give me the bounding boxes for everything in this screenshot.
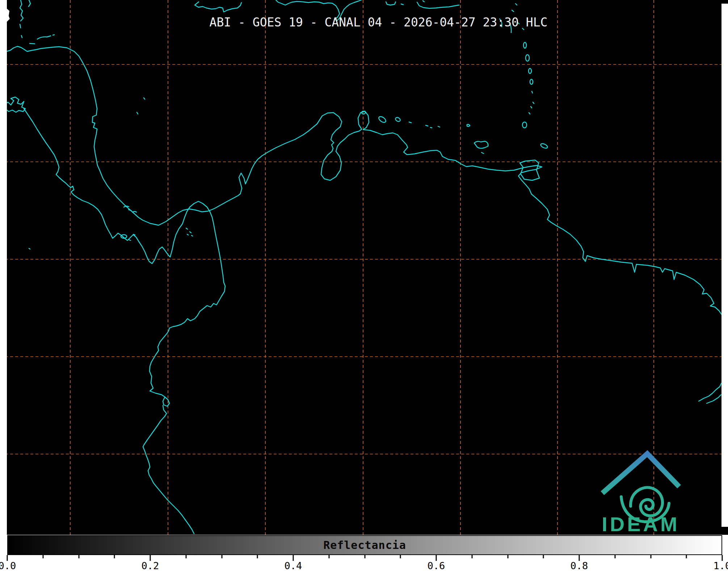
map-title: ABI - GOES 19 - CANAL 04 - 2026-04-27 23… [14, 16, 728, 29]
edge-strip-left [0, 0, 7, 535]
colorbar-minor-tick [400, 555, 401, 558]
islands-grenadines [529, 91, 534, 114]
islands-pearl [186, 228, 193, 236]
colorbar-tick-label: 0.8 [571, 560, 588, 571]
coastline-puerto-rico [386, 2, 403, 5]
ideam-logo: IDEAM [602, 454, 679, 535]
colorbar-minor-tick [114, 555, 115, 558]
colorbar-minor-tick [257, 555, 258, 558]
colorbar-minor-tick [686, 555, 687, 558]
colorbar-minor-tick [78, 555, 79, 558]
small-islands [29, 4, 548, 249]
colorbar-minor-tick [185, 555, 186, 558]
colorbar-minor-tick [650, 555, 651, 558]
colorbar-tick-label: 0.6 [428, 560, 445, 571]
coastline-bay-islands [30, 35, 54, 44]
island-st-vincent [530, 79, 533, 84]
colorbar-minor-tick [42, 555, 43, 558]
island-aruba [362, 111, 365, 114]
coastline-island-chain-ne [417, 1, 459, 8]
island-curacao [378, 116, 387, 123]
coastline-venezuela [308, 111, 551, 222]
colorbar-label: Reflectancia [8, 536, 721, 554]
graticule-gridlines [0, 0, 728, 535]
island-dominica [523, 42, 526, 48]
islands-bocas-del-toro [124, 206, 136, 212]
goes-satellite-product: { "title": "ABI - GOES 19 - CANAL 04 - 2… [0, 0, 728, 571]
scan-edge-strips [0, 0, 728, 535]
colorbar: Reflectancia [7, 535, 722, 555]
island-st-lucia [529, 68, 531, 74]
colorbar-tick-label: 0.0 [0, 560, 16, 571]
island-grenada [522, 122, 527, 128]
coastline-margarita [474, 141, 488, 154]
colorbar-tick-labels: 0.00.20.40.60.81.0 [7, 560, 722, 571]
colorbar-tick-label: 1.0 [714, 560, 728, 571]
colorbar-tick-label: 0.2 [142, 560, 159, 571]
ideam-logo-text: IDEAM [602, 513, 679, 535]
coastline-central-america-caribbean [7, 46, 308, 225]
coastline-south-america-pacific [143, 282, 225, 534]
colorbar-minor-tick [614, 555, 615, 558]
edge-strip-left-bulge [7, 9, 10, 22]
colorbar-minor-tick [543, 555, 544, 558]
coastline-jamaica [195, 2, 241, 12]
coastline-guianas [551, 222, 721, 314]
coastlines [0, 0, 721, 534]
colorbar-minor-tick [364, 555, 365, 558]
island-tobago [540, 143, 548, 149]
colorbar-minor-tick [221, 555, 222, 558]
map-canvas: IDEAM [0, 0, 728, 535]
colorbar-minor-tick [328, 555, 329, 558]
island-bonaire [395, 117, 401, 122]
edge-strip-right [721, 4, 728, 527]
coastline-central-america-pacific [0, 97, 224, 282]
colorbar-minor-tick [471, 555, 472, 558]
coastline-amazon-mouth [699, 383, 721, 403]
island-cocos [29, 248, 30, 249]
satellite-map: IDEAM ABI - GOES 19 - CANAL 04 - 2026-04… [0, 0, 728, 535]
colorbar-minor-tick [507, 555, 508, 558]
colorbar-tick-label: 0.4 [285, 560, 302, 571]
island-martinique [526, 55, 529, 61]
ideam-logo-mountain [602, 454, 679, 493]
islands-san-andres-providencia [137, 98, 145, 114]
